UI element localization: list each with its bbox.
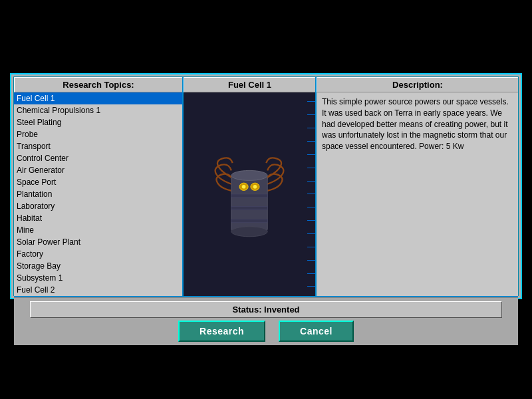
decorative-lines [307, 92, 315, 296]
research-topics-header: Research Topics: [14, 77, 182, 92]
list-item[interactable]: Laboratory [14, 200, 182, 212]
list-item[interactable]: Mine [14, 224, 182, 236]
right-panel: Description: This simple power source po… [317, 77, 518, 296]
svg-rect-5 [231, 219, 267, 223]
bottom-section: Status: Invented Research Cancel [14, 297, 518, 345]
research-button[interactable]: Research [178, 321, 265, 342]
list-item[interactable]: Control Center [14, 152, 182, 164]
svg-point-9 [253, 185, 257, 189]
svg-rect-4 [231, 207, 267, 210]
fuel-cell-image [206, 144, 293, 244]
svg-point-1 [231, 170, 267, 180]
list-item[interactable]: Chemical Propulsions 1 [14, 104, 182, 116]
list-item[interactable]: Subsystem 1 [14, 272, 182, 284]
research-dialog: Research Topics: Fuel Cell 1Chemical Pro… [10, 73, 522, 299]
list-item[interactable]: Plantation [14, 188, 182, 200]
left-panel: Research Topics: Fuel Cell 1Chemical Pro… [14, 77, 184, 296]
svg-rect-3 [231, 194, 267, 198]
status-bar: Status: Invented [30, 301, 503, 318]
list-item[interactable]: Transport [14, 140, 182, 152]
list-item[interactable]: Storage Bay [14, 260, 182, 272]
middle-panel: Fuel Cell 1 [184, 77, 317, 296]
list-item[interactable]: Space Port [14, 176, 182, 188]
list-item[interactable]: Fuel Cell 1 [14, 92, 182, 104]
button-row: Research Cancel [178, 321, 354, 342]
list-item[interactable]: Factory [14, 248, 182, 260]
list-item[interactable]: Steel Plating [14, 116, 182, 128]
research-list[interactable]: Fuel Cell 1Chemical Propulsions 1Steel P… [14, 92, 182, 296]
item-preview [184, 92, 315, 296]
svg-rect-0 [231, 176, 267, 231]
cancel-button[interactable]: Cancel [279, 321, 354, 342]
list-item[interactable]: Air Generator [14, 164, 182, 176]
list-item[interactable]: Probe [14, 128, 182, 140]
selected-item-header: Fuel Cell 1 [184, 77, 315, 92]
svg-point-8 [242, 185, 246, 189]
description-header: Description: [317, 77, 518, 92]
list-item[interactable]: Habitat [14, 212, 182, 224]
svg-point-2 [231, 227, 267, 237]
description-text: This simple power source powers our spac… [317, 92, 518, 296]
list-item[interactable]: Fuel Cell 2 [14, 284, 182, 296]
list-item[interactable]: Solar Power Plant [14, 236, 182, 248]
